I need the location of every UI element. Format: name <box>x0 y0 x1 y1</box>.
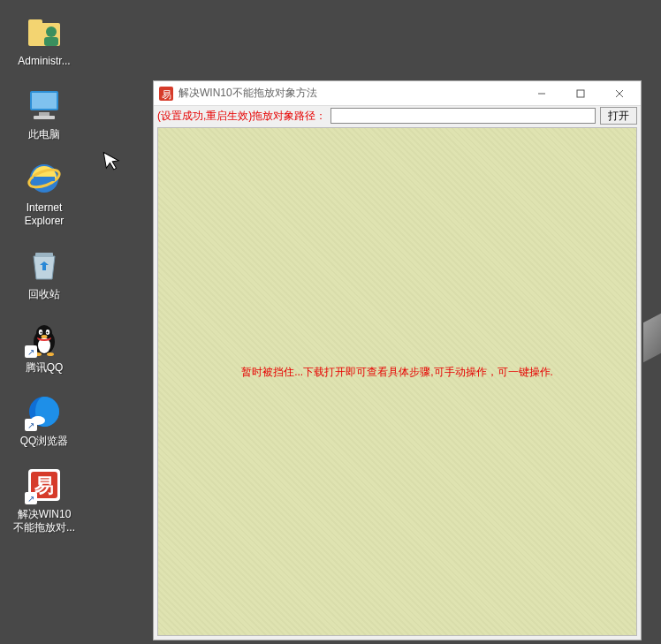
svg-rect-6 <box>39 112 49 116</box>
desktop: Administr... 此电脑 <box>0 0 661 644</box>
desktop-icon-recycle-bin[interactable]: 回收站 <box>9 242 80 305</box>
svg-rect-30 <box>577 90 584 97</box>
svg-text:易: 易 <box>162 89 171 100</box>
svg-rect-1 <box>28 19 42 27</box>
svg-point-17 <box>41 332 42 334</box>
path-input[interactable] <box>330 108 596 124</box>
maximize-button[interactable] <box>561 82 600 105</box>
window-buttons <box>522 82 639 105</box>
desktop-icon-label: 此电脑 <box>9 128 80 141</box>
ie-icon <box>25 159 64 198</box>
e-language-icon: 易 ↗ <box>25 466 64 504</box>
close-button[interactable] <box>600 82 639 105</box>
svg-rect-5 <box>32 93 57 109</box>
desktop-icon-this-pc[interactable]: 此电脑 <box>9 82 80 145</box>
desktop-icon-win10-fix[interactable]: 易 ↗ 解决WIN10 不能拖放对... <box>9 462 80 538</box>
svg-rect-3 <box>44 37 58 46</box>
window-title: 解决WIN10不能拖放对象方法 <box>179 86 522 101</box>
desktop-icon-label: 解决WIN10 不能拖放对... <box>9 508 80 534</box>
desktop-icon-label: Administr... <box>9 55 80 68</box>
shortcut-arrow-icon: ↗ <box>25 419 37 431</box>
app-window: 易 解决WIN10不能拖放对象方法 (设置成功,重启生效)拖放对象路径： 打 <box>153 80 642 640</box>
svg-point-18 <box>47 332 49 334</box>
svg-point-2 <box>46 27 57 37</box>
svg-point-19 <box>42 335 48 338</box>
desktop-icon-administrator[interactable]: Administr... <box>9 9 80 72</box>
content-area[interactable]: 暂时被挡住...下载打开即可查看具体步骤,可手动操作，可一键操作. <box>157 127 637 636</box>
e-language-icon: 易 <box>159 87 173 101</box>
desktop-icon-ie[interactable]: Internet Explorer <box>9 155 80 231</box>
desktop-icon-label: 回收站 <box>9 288 80 301</box>
svg-rect-10 <box>34 177 55 181</box>
desktop-icon-label: 腾讯QQ <box>9 361 80 375</box>
shortcut-arrow-icon: ↗ <box>25 345 37 358</box>
desktop-icon-qqbrowser[interactable]: ↗ QQ浏览器 <box>9 389 80 451</box>
svg-point-21 <box>47 352 54 356</box>
open-button[interactable]: 打开 <box>600 107 637 125</box>
svg-rect-11 <box>35 253 53 257</box>
svg-rect-7 <box>34 116 55 119</box>
desktop-icon-qq[interactable]: ↗ 腾讯QQ <box>9 315 80 378</box>
qq-penguin-icon: ↗ <box>25 319 64 358</box>
open-button-label: 打开 <box>608 109 629 124</box>
minimize-button[interactable] <box>522 82 561 105</box>
qqbrowser-icon: ↗ <box>25 392 64 431</box>
mouse-cursor <box>103 149 122 173</box>
shortcut-arrow-icon: ↗ <box>25 492 37 504</box>
desktop-icon-label: QQ浏览器 <box>9 435 80 448</box>
window-titlebar[interactable]: 易 解决WIN10不能拖放对象方法 <box>154 81 641 106</box>
desktop-icon-label: Internet Explorer <box>9 201 80 228</box>
desktop-icon-column: Administr... 此电脑 <box>0 0 88 549</box>
window-toolbar: (设置成功,重启生效)拖放对象路径： 打开 <box>154 106 641 125</box>
blocked-message: 暂时被挡住...下载打开即可查看具体步骤,可手动操作，可一键操作. <box>182 364 612 379</box>
background-decor <box>643 314 661 363</box>
toolbar-note: (设置成功,重启生效)拖放对象路径： <box>157 109 326 124</box>
user-folder-icon <box>25 12 64 51</box>
recycle-bin-icon <box>25 246 64 284</box>
pc-icon <box>25 86 64 125</box>
